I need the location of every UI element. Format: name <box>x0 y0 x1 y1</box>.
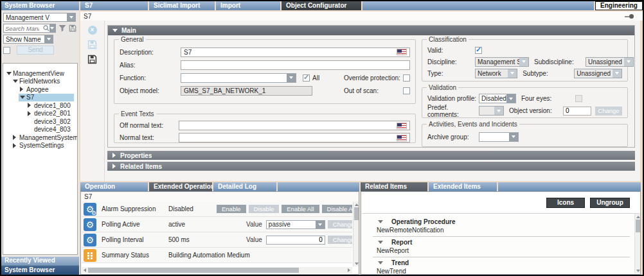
chevron-collapsed-icon[interactable] <box>28 103 34 108</box>
archive-group-dropdown[interactable] <box>479 132 519 142</box>
chevron-down-icon[interactable] <box>508 69 517 78</box>
scroll-down-icon[interactable] <box>636 268 640 273</box>
save-as-icon[interactable] <box>87 55 97 64</box>
vertical-scrollbar[interactable] <box>353 202 359 266</box>
tree-node[interactable]: device2_801 <box>3 110 77 118</box>
display-mode-dropdown[interactable]: Show Name <box>3 35 53 44</box>
chevron-down-icon[interactable] <box>287 74 296 82</box>
tree-node[interactable]: device4_803 <box>3 126 77 134</box>
chevron-down-icon[interactable] <box>44 35 53 43</box>
tab-s7[interactable]: S7 <box>80 1 148 10</box>
tree-node[interactable]: Apogee <box>3 85 77 94</box>
chevron-down-icon[interactable] <box>316 221 325 229</box>
chevron-expanded-icon[interactable] <box>20 96 26 99</box>
disable-all-button[interactable]: Disable All <box>322 205 352 213</box>
chevron-expanded-icon[interactable] <box>6 72 13 75</box>
discipline-dropdown[interactable]: Management Sys <box>475 57 529 67</box>
send-button[interactable]: Send <box>17 46 54 55</box>
chevron-expanded-icon[interactable] <box>378 241 383 244</box>
main-section-header[interactable]: Main <box>108 26 634 35</box>
scrollbar-thumb[interactable] <box>88 268 299 273</box>
tab-import[interactable]: Import <box>216 1 280 10</box>
us-flag-icon[interactable] <box>397 49 407 55</box>
chevron-down-icon[interactable] <box>67 13 75 21</box>
chevron-collapsed-icon[interactable] <box>20 87 26 92</box>
scroll-right-icon[interactable] <box>346 268 352 273</box>
change-button[interactable]: Change <box>328 236 352 244</box>
search-input[interactable] <box>4 25 40 32</box>
scroll-down-icon[interactable] <box>354 261 359 266</box>
chevron-down-icon[interactable] <box>613 69 622 78</box>
ungroup-button[interactable]: Ungroup <box>590 198 630 208</box>
change-button[interactable]: Change <box>595 107 622 116</box>
save-search-icon[interactable] <box>69 24 76 32</box>
tree-node[interactable]: device3_802 <box>3 117 77 126</box>
filter-icon[interactable] <box>58 24 66 32</box>
related-group-header[interactable]: Operating Procedure <box>373 218 630 226</box>
subtype-dropdown[interactable]: Unassigned <box>574 69 622 78</box>
chevron-expanded-icon[interactable] <box>378 220 383 223</box>
search-box[interactable] <box>3 24 56 33</box>
enable-button[interactable]: Enable <box>217 205 246 213</box>
chevron-expanded-icon[interactable] <box>13 80 19 83</box>
horizontal-scrollbar[interactable] <box>82 267 352 273</box>
properties-section-header[interactable]: Properties <box>107 151 635 160</box>
chevron-collapsed-icon[interactable] <box>13 143 19 148</box>
scroll-up-icon[interactable] <box>354 202 359 207</box>
tab-related-items-active[interactable]: Related Items <box>361 182 427 191</box>
chevron-down-icon[interactable] <box>509 133 518 141</box>
normal-text-field[interactable] <box>179 133 410 142</box>
chevron-down-icon[interactable] <box>506 94 515 103</box>
us-flag-icon[interactable] <box>397 123 407 129</box>
type-dropdown[interactable]: Network <box>475 69 517 78</box>
off-normal-text-field[interactable] <box>179 121 410 130</box>
chevron-down-icon[interactable] <box>624 58 633 66</box>
all-checkbox[interactable] <box>303 74 310 82</box>
alias-field[interactable] <box>181 60 410 70</box>
view-selector-dropdown[interactable]: Management V <box>3 13 76 22</box>
tree-node[interactable]: ManagementSystem <box>3 134 77 142</box>
tree-node[interactable]: ManagementView <box>3 69 77 78</box>
tab-extended-operation-active[interactable]: Extended Operation <box>149 182 212 191</box>
tree-node[interactable]: SystemSettings <box>3 142 77 150</box>
override-protection-checkbox[interactable] <box>403 74 410 82</box>
chevron-collapsed-icon[interactable] <box>13 135 19 140</box>
related-item[interactable]: NewTrend <box>373 267 630 275</box>
scroll-up-icon[interactable] <box>636 214 640 219</box>
chevron-expanded-icon[interactable] <box>378 261 383 264</box>
system-browser-bar[interactable]: System Browser <box>1 265 79 275</box>
tree-node[interactable]: device1_800 <box>3 101 77 110</box>
pin-icon[interactable] <box>625 14 634 19</box>
icons-button[interactable]: Icons <box>546 198 585 208</box>
object-version-input[interactable] <box>563 107 591 116</box>
vertical-scrollbar[interactable] <box>634 214 640 273</box>
enable-all-button[interactable]: Enable All <box>282 205 319 213</box>
tab-object-configurator-active[interactable]: Object Configurator <box>282 1 361 10</box>
related-item[interactable]: NewReport <box>373 246 630 255</box>
value-dropdown[interactable]: passive <box>266 220 325 229</box>
chevron-down-icon[interactable] <box>49 24 55 32</box>
chevron-collapsed-icon[interactable] <box>28 111 34 116</box>
send-checkbox[interactable] <box>3 47 10 54</box>
out-of-scan-checkbox[interactable] <box>403 87 410 94</box>
engineering-mode-button[interactable]: Engineering <box>595 1 643 10</box>
us-flag-icon[interactable] <box>397 135 407 141</box>
valid-checkbox[interactable] <box>475 47 482 54</box>
tree-node-selected[interactable]: S7 <box>3 94 77 102</box>
recently-viewed-bar[interactable]: Recently Viewed <box>1 257 79 265</box>
tab-operation[interactable]: Operation <box>80 182 148 191</box>
save-icon[interactable] <box>87 40 97 49</box>
subdiscipline-dropdown[interactable]: Unassigned <box>586 57 634 67</box>
validation-profile-dropdown[interactable]: Disabled <box>479 94 516 103</box>
related-items-section-header[interactable]: Related Items <box>107 162 635 171</box>
related-group-header[interactable]: Report <box>373 238 630 246</box>
related-group-header[interactable]: Trend <box>373 259 630 267</box>
tab-detailed-log[interactable]: Detailed Log <box>213 182 276 191</box>
related-item[interactable]: NewRemoteNotification <box>373 226 630 234</box>
scroll-left-icon[interactable] <box>82 268 87 273</box>
scrollbar-thumb[interactable] <box>354 207 359 220</box>
tab-extended-items[interactable]: Extended Items <box>429 182 497 191</box>
tab-siclimat-import[interactable]: Siclimat Import <box>149 1 215 10</box>
chevron-down-icon[interactable] <box>519 58 528 66</box>
discard-icon[interactable]: × <box>88 26 97 35</box>
